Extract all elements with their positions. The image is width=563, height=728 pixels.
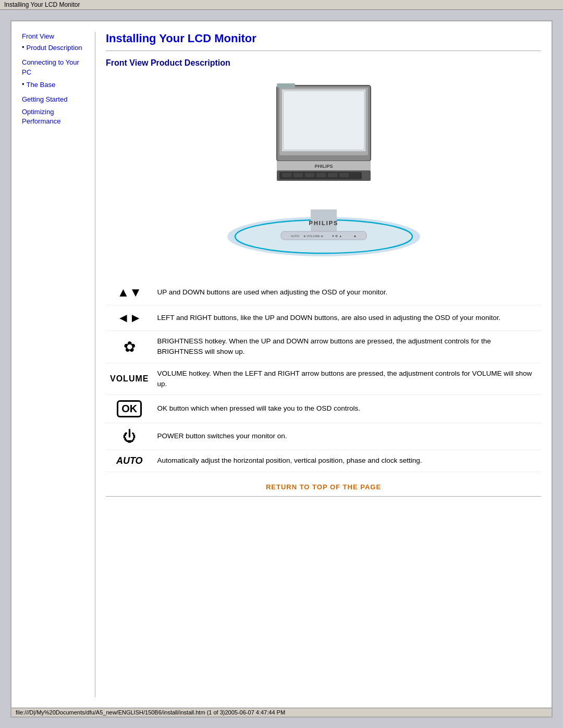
power-button-icon: ⏻ bbox=[123, 428, 136, 444]
desc-auto: Automatically adjust the horizontal posi… bbox=[153, 450, 541, 472]
sidebar-link-getting-started[interactable]: Getting Started bbox=[22, 95, 90, 104]
sidebar-link-base[interactable]: The Base bbox=[27, 80, 56, 90]
table-row: ⏻ POWER button switches your monitor on. bbox=[106, 423, 541, 450]
table-row: VOLUME VOLUME hotkey. When the LEFT and … bbox=[106, 363, 541, 395]
horizontal-divider-bottom bbox=[106, 496, 541, 497]
desc-power: POWER button switches your monitor on. bbox=[153, 423, 541, 450]
leftright-arrows-icon: ◄► bbox=[117, 311, 142, 325]
return-to-top: RETURN TO TOP OF THE PAGE bbox=[106, 483, 541, 491]
page-content: Front View • Produt Description Connecti… bbox=[11, 21, 552, 708]
sidebar-item-front-view[interactable]: Front View bbox=[22, 32, 90, 41]
table-row: AUTO Automatically adjust the horizontal… bbox=[106, 450, 541, 472]
sidebar-link-connecting[interactable]: Connecting to Your PC bbox=[22, 58, 90, 77]
ok-button-icon: OK bbox=[117, 400, 142, 417]
return-to-top-link[interactable]: RETURN TO TOP OF THE PAGE bbox=[266, 483, 381, 491]
section-title: Front View Product Description bbox=[106, 58, 541, 68]
svg-text:◄ VOLUME ►: ◄ VOLUME ► bbox=[302, 235, 324, 238]
bullet-icon: • bbox=[22, 43, 25, 51]
monitor-image-container: PHILIPS bbox=[106, 75, 541, 264]
desc-volume: VOLUME hotkey. When the LEFT and RIGHT a… bbox=[153, 363, 541, 395]
svg-rect-14 bbox=[305, 173, 314, 177]
desc-updown: UP and DOWN buttons are used when adjust… bbox=[153, 280, 541, 305]
sidebar-link-product-desc[interactable]: Produt Description bbox=[27, 43, 82, 53]
icon-cell-power: ⏻ bbox=[106, 423, 153, 450]
updown-arrows-icon: ▲▼ bbox=[117, 285, 142, 299]
desc-leftright: LEFT and RIGHT buttons, like the UP and … bbox=[153, 305, 541, 331]
table-row: ▲▼ UP and DOWN buttons are used when adj… bbox=[106, 280, 541, 305]
volume-label-icon: VOLUME bbox=[110, 374, 149, 383]
horizontal-divider-top bbox=[106, 51, 541, 51]
status-bar: file:///D|/My%20Documents/dfu/A5_new/ENG… bbox=[11, 708, 552, 717]
svg-rect-12 bbox=[282, 173, 291, 177]
icon-cell-auto: AUTO bbox=[106, 450, 153, 472]
table-row: ◄► LEFT and RIGHT buttons, like the UP a… bbox=[106, 305, 541, 331]
icon-cell-ok: OK bbox=[106, 395, 153, 423]
title-bar-text: Installing Your LCD Monitor bbox=[4, 1, 80, 8]
svg-rect-18 bbox=[277, 83, 295, 88]
svg-rect-6 bbox=[282, 90, 365, 151]
table-row: OK OK button which when pressed will tak… bbox=[106, 395, 541, 423]
icon-cell-updown: ▲▼ bbox=[106, 280, 153, 305]
browser-window: Front View • Produt Description Connecti… bbox=[10, 20, 553, 718]
sidebar-item-optimizing: Optimizing Performance bbox=[22, 107, 90, 126]
sidebar: Front View • Produt Description Connecti… bbox=[22, 32, 95, 697]
auto-label-icon: AUTO bbox=[116, 455, 143, 466]
icon-cell-leftright: ◄► bbox=[106, 305, 153, 331]
page-title: Installing Your LCD Monitor bbox=[106, 32, 541, 45]
sidebar-link-optimizing[interactable]: Optimizing Performance bbox=[22, 107, 90, 126]
svg-text:PHILIPS: PHILIPS bbox=[314, 164, 333, 169]
sidebar-item-connecting: Connecting to Your PC bbox=[22, 58, 90, 77]
monitor-svg: PHILIPS bbox=[204, 75, 444, 264]
brightness-icon: ✿ bbox=[124, 339, 136, 355]
svg-rect-15 bbox=[316, 173, 326, 177]
icon-cell-brightness: ✿ bbox=[106, 331, 153, 363]
sidebar-item-base: • The Base bbox=[22, 80, 90, 92]
svg-text:■: ■ bbox=[354, 235, 356, 238]
desc-ok: OK button which when pressed will take y… bbox=[153, 395, 541, 423]
status-bar-text: file:///D|/My%20Documents/dfu/A5_new/ENG… bbox=[16, 709, 285, 715]
desc-brightness: BRIGHTNESS hotkey. When the UP and DOWN … bbox=[153, 331, 541, 363]
title-bar: Installing Your LCD Monitor bbox=[0, 0, 563, 10]
sidebar-item-product-desc: • Produt Description bbox=[22, 43, 90, 55]
svg-text:AUTO: AUTO bbox=[290, 235, 299, 238]
svg-text:PHILIPS: PHILIPS bbox=[309, 220, 338, 226]
controls-table: ▲▼ UP and DOWN buttons are used when adj… bbox=[106, 280, 541, 472]
svg-text:▼ ✿ ▲: ▼ ✿ ▲ bbox=[331, 235, 341, 238]
svg-rect-13 bbox=[293, 173, 303, 177]
bullet-icon-2: • bbox=[22, 80, 25, 88]
table-row: ✿ BRIGHTNESS hotkey. When the UP and DOW… bbox=[106, 331, 541, 363]
svg-rect-17 bbox=[339, 173, 349, 177]
vertical-divider bbox=[95, 32, 95, 697]
sidebar-item-getting-started: Getting Started bbox=[22, 95, 90, 104]
svg-rect-16 bbox=[328, 173, 337, 177]
main-content: Installing Your LCD Monitor Front View P… bbox=[106, 32, 541, 697]
icon-cell-volume: VOLUME bbox=[106, 363, 153, 395]
